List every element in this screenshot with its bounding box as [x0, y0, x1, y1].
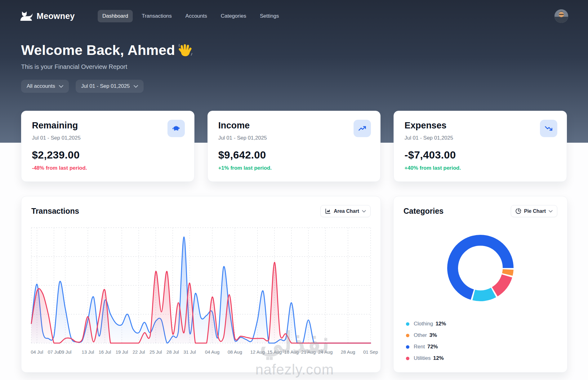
chevron-down-icon: [362, 210, 366, 212]
transactions-chart: 04 Jul07 Jul09 Jul13 Jul16 Jul19 Jul22 J…: [31, 226, 371, 362]
transactions-panel: Transactions Area Chart 04 Jul07 Jul09 J…: [21, 196, 381, 373]
card-change: +40% from last period.: [404, 165, 556, 171]
legend-value: 12%: [435, 321, 446, 327]
main-nav: Dashboard Transactions Accounts Categori…: [98, 10, 283, 22]
nav-item-settings[interactable]: Settings: [255, 10, 283, 22]
legend-item-rent: Rent 72%: [406, 344, 557, 350]
svg-text:28 Aug: 28 Aug: [341, 349, 355, 355]
svg-text:13 Jul: 13 Jul: [82, 349, 94, 355]
card-value: $2,239.00: [32, 149, 184, 161]
svg-text:31 Jul: 31 Jul: [184, 349, 196, 355]
svg-text:12 Aug: 12 Aug: [250, 349, 265, 355]
card-value: $9,642.00: [218, 149, 370, 161]
user-avatar[interactable]: [555, 9, 568, 23]
svg-text:18 Aug: 18 Aug: [284, 349, 299, 355]
card-period: Jul 01 - Sep 01,2025: [32, 135, 184, 141]
legend-label: Clothing: [414, 321, 433, 327]
legend-item-clothing: Clothing 12%: [406, 321, 557, 327]
date-range-label: Jul 01 - Sep 01,2025: [81, 83, 130, 89]
svg-text:09 Jul: 09 Jul: [59, 349, 71, 355]
utilities-dot-icon: [406, 357, 409, 360]
legend-value: 3%: [430, 332, 437, 338]
chevron-down-icon: [59, 85, 63, 88]
svg-text:19 Jul: 19 Jul: [116, 349, 128, 355]
card-period: Jul 01 - Sep 01,2025: [218, 135, 370, 141]
svg-text:24 Aug: 24 Aug: [318, 349, 333, 355]
transactions-title: Transactions: [31, 207, 79, 216]
nav-item-dashboard[interactable]: Dashboard: [98, 10, 133, 22]
trending-up-icon: [354, 120, 371, 137]
legend-value: 12%: [433, 355, 444, 361]
categories-donut-chart: [403, 225, 557, 311]
remaining-card: Remaining Jul 01 - Sep 01,2025 $2,239.00…: [21, 111, 194, 182]
legend-label: Rent: [414, 344, 425, 350]
card-period: Jul 01 - Sep 01,2025: [404, 135, 556, 141]
legend-value: 72%: [427, 344, 438, 350]
cat-logo-icon: [20, 11, 33, 21]
svg-text:25 Jul: 25 Jul: [149, 349, 162, 355]
card-title: Expenses: [404, 120, 556, 131]
other-dot-icon: [406, 334, 409, 337]
card-value: -$7,403.00: [404, 149, 556, 161]
chart-type-label: Area Chart: [334, 208, 359, 214]
svg-text:21 Aug: 21 Aug: [301, 349, 316, 355]
legend-label: Other: [414, 332, 427, 338]
summary-cards: Remaining Jul 01 - Sep 01,2025 $2,239.00…: [21, 111, 567, 182]
brand-name: Meowney: [37, 11, 75, 21]
page-subtitle: This is your Financial Overview Report: [21, 63, 567, 70]
date-range-dropdown[interactable]: Jul 01 - Sep 01,2025: [76, 80, 144, 93]
chevron-down-icon: [549, 210, 553, 212]
hero-section: Welcome Back, Ahmed This is your Financi…: [0, 42, 588, 93]
nav-item-accounts[interactable]: Accounts: [181, 10, 212, 22]
accounts-filter-dropdown[interactable]: All accounts: [21, 80, 69, 93]
card-title: Income: [218, 120, 370, 131]
svg-text:28 Jul: 28 Jul: [167, 349, 179, 355]
waving-hand-icon: [178, 43, 192, 57]
clothing-dot-icon: [406, 322, 409, 326]
svg-text:15 Aug: 15 Aug: [267, 349, 282, 355]
card-change: -48% from last period.: [32, 165, 184, 171]
area-chart-icon: [325, 208, 331, 214]
trending-down-icon: [540, 120, 557, 137]
piggy-bank-icon: [167, 120, 185, 137]
svg-text:04 Aug: 04 Aug: [205, 349, 220, 355]
nav-item-transactions[interactable]: Transactions: [137, 10, 176, 22]
rent-dot-icon: [406, 345, 409, 349]
accounts-filter-label: All accounts: [27, 83, 55, 89]
categories-title: Categories: [403, 207, 443, 216]
pie-chart-type-dropdown[interactable]: Pie Chart: [511, 205, 557, 217]
nav-item-categories[interactable]: Categories: [216, 10, 251, 22]
pie-chart-icon: [515, 208, 521, 214]
page-title: Welcome Back, Ahmed: [21, 42, 175, 58]
topbar: Meowney Dashboard Transactions Accounts …: [0, 0, 588, 23]
svg-text:22 Jul: 22 Jul: [132, 349, 145, 355]
categories-panel: Categories Pie Chart Clothing: [393, 196, 568, 373]
legend-item-utilities: Utilities 12%: [406, 355, 557, 361]
chevron-down-icon: [134, 85, 138, 88]
income-card: Income Jul 01 - Sep 01,2025 $9,642.00 +1…: [207, 111, 381, 182]
card-title: Remaining: [32, 120, 184, 131]
svg-text:01 Sep: 01 Sep: [363, 349, 378, 355]
categories-legend: Clothing 12% Other 3% Rent 72%: [403, 321, 557, 361]
svg-text:04 Jul: 04 Jul: [31, 349, 43, 355]
expenses-card: Expenses Jul 01 - Sep 01,2025 -$7,403.00…: [394, 111, 567, 182]
card-change: +1% from last period.: [218, 165, 370, 171]
brand: Meowney: [20, 11, 75, 21]
svg-text:16 Jul: 16 Jul: [99, 349, 111, 355]
chart-type-label: Pie Chart: [524, 208, 546, 214]
svg-text:07 Jul: 07 Jul: [48, 349, 60, 355]
legend-label: Utilities: [414, 355, 431, 361]
svg-text:08 Aug: 08 Aug: [228, 349, 242, 355]
legend-item-other: Other 3%: [406, 332, 557, 338]
area-chart-type-dropdown[interactable]: Area Chart: [320, 205, 371, 217]
